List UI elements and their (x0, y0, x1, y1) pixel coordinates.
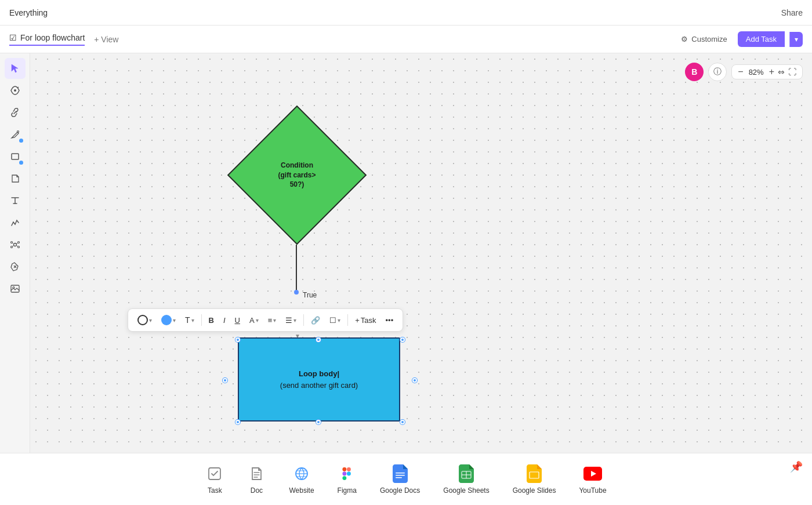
dock-figma-label: Figma (338, 486, 357, 495)
align-chevron: ▾ (273, 317, 276, 324)
svg-point-4 (10, 242, 12, 244)
connector-dot (294, 290, 299, 295)
text-tool[interactable] (5, 190, 26, 211)
zoom-group: − 82% + ⇔ ⛶ (731, 64, 803, 79)
shape-picker[interactable]: ▾ (134, 313, 155, 328)
link-button[interactable]: 🔗 (307, 314, 324, 327)
loop-body-title: Loop body| (299, 368, 339, 380)
dock-youtube-label: YouTube (579, 486, 606, 495)
website-icon (292, 464, 311, 483)
info-button[interactable]: ⓘ (708, 63, 727, 81)
font-color-icon: A (249, 316, 255, 325)
align-icon: ≡ (268, 316, 273, 325)
connector-label: True (303, 291, 317, 299)
handle-top[interactable] (316, 337, 321, 342)
box-picker[interactable]: ☐ ▾ (326, 314, 344, 327)
bottom-dock: Task Doc Website (0, 453, 812, 505)
pen-tool[interactable] (5, 124, 26, 145)
add-view-button[interactable]: + View (94, 35, 118, 44)
color-swatch (161, 315, 172, 325)
dock-task[interactable]: Task (194, 459, 235, 500)
handle-right[interactable] (412, 378, 417, 383)
align-picker[interactable]: ≡ ▾ (264, 314, 280, 327)
fullscreen-button[interactable]: ⛶ (788, 67, 796, 77)
task-label: Task (361, 316, 376, 325)
document-title[interactable]: ☑ For loop flowchart (9, 33, 85, 46)
zoom-in-button[interactable]: + (769, 67, 774, 77)
diamond-label: Condition (gift cards> 50?) (227, 106, 367, 245)
bold-button[interactable]: B (205, 314, 217, 327)
svg-rect-14 (343, 471, 347, 475)
font-color-picker[interactable]: A ▾ (246, 314, 262, 327)
svg-rect-17 (396, 473, 405, 474)
color-picker-chevron: ▾ (173, 317, 176, 324)
shape-picker-chevron: ▾ (149, 317, 152, 324)
color-picker[interactable]: ▾ (158, 313, 179, 328)
handle-left[interactable] (223, 378, 227, 383)
loop-body-shape[interactable]: Loop body| (send another gift card) (238, 337, 400, 422)
toolbar-divider-1 (201, 314, 202, 326)
dock-doc[interactable]: Doc (235, 459, 277, 500)
select-tool[interactable] (5, 58, 26, 79)
svg-point-16 (347, 471, 351, 475)
handle-bl[interactable] (235, 420, 240, 424)
customize-button[interactable]: ⚙ Customize (675, 31, 733, 47)
mindmap-tool[interactable] (5, 234, 26, 255)
more-options[interactable]: ••• (382, 314, 397, 327)
second-bar-right: ⚙ Customize Add Task ▾ (675, 31, 803, 47)
shape-tool[interactable] (5, 146, 26, 167)
add-task-inline[interactable]: + Task (351, 314, 379, 327)
box-chevron: ▾ (338, 317, 340, 324)
connector-line (296, 245, 297, 291)
note-tool[interactable] (5, 168, 26, 189)
dock-google-sheets[interactable]: Google Sheets (432, 459, 501, 500)
dock-website[interactable]: Website (277, 459, 325, 500)
svg-rect-13 (347, 467, 351, 471)
circle-icon (137, 315, 148, 325)
google-sheets-icon (457, 464, 476, 483)
handle-br[interactable] (400, 420, 405, 424)
dock-google-slides[interactable]: Google Slides (501, 459, 568, 500)
dock-task-label: Task (208, 486, 222, 495)
zoom-out-button[interactable]: − (738, 67, 743, 77)
user-avatar[interactable]: B (685, 63, 704, 81)
draw-tool[interactable] (5, 212, 26, 233)
font-color-chevron: ▾ (256, 317, 259, 324)
italic-button[interactable]: I (220, 314, 229, 327)
list-icon: ☰ (285, 316, 292, 325)
box-icon: ☐ (329, 316, 336, 325)
youtube-icon (583, 464, 602, 483)
pen-tool-dot (19, 139, 23, 143)
dock-youtube[interactable]: YouTube (567, 459, 618, 500)
handle-tl[interactable] (235, 337, 240, 342)
dock-google-docs[interactable]: Google Docs (368, 459, 432, 500)
text-size-picker[interactable]: T ▾ (182, 313, 198, 327)
dock-website-label: Website (289, 486, 314, 495)
add-task-dropdown[interactable]: ▾ (789, 32, 803, 47)
shape-tool-dot (19, 161, 23, 165)
add-task-button[interactable]: Add Task (738, 31, 785, 47)
handle-tr[interactable] (400, 337, 405, 342)
pin-button[interactable]: 📌 (790, 460, 803, 473)
ai2-tool[interactable] (5, 256, 26, 277)
svg-point-5 (17, 242, 19, 244)
image-tool[interactable] (5, 278, 26, 299)
fit-to-width-button[interactable]: ⇔ (778, 67, 785, 77)
avatar-initial: B (691, 67, 697, 77)
link-tool[interactable] (5, 102, 26, 123)
underline-button[interactable]: U (231, 314, 244, 327)
dock-doc-label: Doc (251, 486, 263, 495)
share-button[interactable]: Share (781, 8, 803, 17)
condition-body2: 50?) (290, 180, 304, 190)
dock-google-slides-label: Google Slides (513, 486, 556, 495)
handle-bottom[interactable] (316, 420, 321, 424)
ai-tool[interactable] (5, 80, 26, 101)
svg-point-7 (17, 246, 19, 248)
text-size-chevron: ▾ (191, 317, 194, 324)
dock-google-sheets-label: Google Sheets (443, 486, 489, 495)
condition-shape[interactable]: Condition (gift cards> 50?) (227, 106, 367, 245)
svg-point-3 (13, 244, 16, 246)
list-picker[interactable]: ☰ ▾ (282, 314, 300, 327)
dock-figma[interactable]: Figma (326, 459, 368, 500)
canvas-area[interactable]: B ⓘ − 82% + ⇔ ⛶ Condition (gift cards> 5… (30, 53, 812, 453)
